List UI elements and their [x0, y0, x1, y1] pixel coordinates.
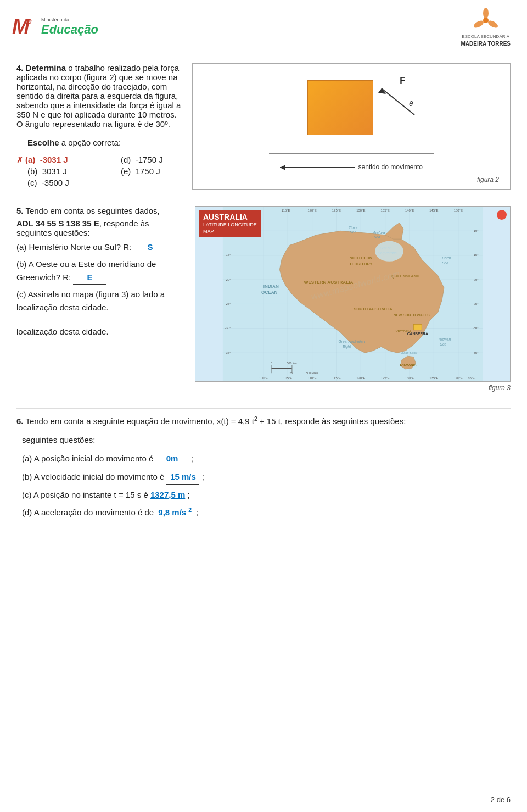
q6-sub-a: (a) A posição inicial do movimento é 0m …	[22, 451, 511, 466]
option-d: (d) -1750 J	[121, 155, 181, 164]
svg-text:-10°: -10°	[473, 229, 479, 232]
svg-text:Tasman: Tasman	[438, 337, 451, 341]
q5-intro: 5. Tendo em conta os seguintes dados,	[16, 206, 184, 215]
q4-bold-word: Determina	[26, 63, 66, 73]
svg-text:Great Australian: Great Australian	[339, 340, 365, 343]
q5-localizacao: localização desta cidade.	[16, 327, 184, 336]
svg-text:Bass Strait: Bass Strait	[401, 351, 417, 354]
q4-escolhe-text: a opção correta:	[59, 138, 121, 147]
svg-point-37	[375, 241, 403, 262]
svg-point-3	[483, 8, 489, 19]
svg-text:TERRITORY: TERRITORY	[349, 262, 372, 266]
svg-text:Sea: Sea	[374, 235, 380, 239]
svg-text:100°E: 100°E	[259, 376, 268, 380]
map-title: AUSTRALIA	[203, 212, 257, 222]
svg-text:Arafura: Arafura	[372, 231, 385, 235]
option-d-label: (d) -1750 J	[121, 155, 163, 164]
q5-data-line: ADL 34 55 S 138 35 E, responde às seguin…	[16, 219, 184, 237]
logo-mp: M e	[11, 13, 36, 42]
svg-text:Bight: Bight	[343, 344, 351, 349]
svg-text:150°E: 150°E	[454, 209, 463, 212]
options-columns: ✗ (a) -3031 J (b) 3031 J (c) -3500 J (d)	[16, 153, 181, 190]
svg-text:-15°: -15°	[225, 253, 231, 257]
school-logo-icon	[472, 7, 500, 34]
svg-line-6	[382, 88, 414, 115]
svg-text:OCEAN: OCEAN	[261, 290, 277, 295]
svg-text:130°E: 130°E	[356, 209, 365, 212]
svg-text:120°E: 120°E	[307, 209, 316, 212]
svg-text:e: e	[27, 16, 32, 25]
q5-text-area: 5. Tendo em conta os seguintes dados, AD…	[16, 206, 184, 392]
q6-sub-d-end: ;	[196, 508, 198, 517]
q5-answer-b: E	[73, 271, 106, 285]
svg-text:-25°: -25°	[225, 302, 231, 305]
movement-line	[280, 167, 355, 168]
svg-rect-85	[272, 368, 292, 369]
school-branding: ESCOLA SECUNDÁRIA MADEIRA TORRES	[461, 7, 511, 47]
options-right-col: (d) -1750 J (e) 1750 J	[121, 153, 181, 190]
q6-sub-c-text: (c) A posição no instante t = 15 s é	[22, 490, 150, 499]
q6-sub-b-end: ;	[202, 472, 204, 481]
svg-text:500 Km: 500 Km	[287, 361, 297, 365]
svg-text:120°E: 120°E	[356, 376, 365, 380]
q6-intro-line: 6. Tendo em conta a seguinte equação de …	[16, 414, 511, 429]
q6-sub-c-end: ;	[187, 490, 189, 499]
svg-text:135°E: 135°E	[429, 376, 438, 380]
page-number: 2 de 6	[491, 796, 511, 804]
svg-text:NORTHERN: NORTHERN	[349, 255, 372, 260]
svg-text:INDIAN: INDIAN	[264, 284, 279, 289]
svg-text:-25°: -25°	[473, 302, 479, 305]
q4-text: 4. Determina o trabalho realizado pela f…	[16, 63, 181, 129]
movement-arrow: sentido do movimento	[280, 163, 423, 171]
map-title-block: AUSTRALIA LATITUDE LONGITUDEMAP	[199, 210, 261, 237]
option-b: (b) 3031 J	[27, 166, 77, 176]
option-b-label: (b) 3031 J	[27, 166, 67, 176]
svg-text:0: 0	[271, 361, 272, 365]
q4-diagram-area: F θ	[192, 63, 511, 190]
svg-text:500 Miles: 500 Miles	[306, 371, 318, 375]
option-e-label: (e) 1750 J	[121, 166, 160, 176]
q5-intro-text: Tendo em conta os seguintes dados,	[25, 206, 159, 215]
q6-sub-c: (c) A posição no instante t = 15 s é 132…	[22, 487, 511, 502]
q4-number: 4.	[16, 63, 24, 73]
svg-text:-35°: -35°	[473, 351, 479, 354]
school-name-label: MADEIRA TORRES	[461, 40, 511, 47]
question-6: 6. Tendo em conta a seguinte equação de …	[16, 414, 511, 520]
q6-sub-a-end: ;	[191, 454, 193, 463]
svg-point-5	[473, 19, 485, 30]
main-content: 4. Determina o trabalho realizado pela f…	[0, 52, 527, 542]
q4-escolhe: Escolhe a opção correta:	[27, 138, 181, 147]
cross-mark-a: ✗	[16, 155, 23, 164]
svg-text:115°E: 115°E	[332, 376, 341, 380]
q5-localizacao-text: localização desta cidade.	[16, 327, 109, 336]
compass-icon	[497, 210, 507, 220]
svg-text:CANBERRA: CANBERRA	[407, 332, 428, 336]
q5-map-area: AUSTRALIA LATITUDE LONGITUDEMAP	[195, 206, 511, 392]
logo-education: Ministério da Educação	[41, 18, 98, 36]
q4-text-area: 4. Determina o trabalho realizado pela f…	[16, 63, 181, 190]
q5-answer-a: S	[133, 241, 166, 254]
option-e: (e) 1750 J	[121, 166, 181, 176]
physics-block	[307, 80, 373, 135]
option-a: ✗ (a) -3031 J	[16, 155, 77, 164]
q6-sub-b: (b) A velocidade inicial do movimento é …	[22, 469, 511, 485]
svg-text:105°E: 105°E	[283, 376, 292, 380]
options-section: ✗ (a) -3031 J (b) 3031 J (c) -3500 J (d)	[16, 153, 181, 190]
logo-area: M e Ministério da Educação	[11, 13, 98, 42]
svg-text:165°E: 165°E	[466, 376, 475, 380]
q4-escolhe-label: Escolhe	[27, 138, 59, 147]
svg-text:0: 0	[271, 371, 272, 375]
q5-number: 5.	[16, 206, 24, 215]
question-4: 4. Determina o trabalho realizado pela f…	[16, 63, 511, 190]
q6-sub-d-text: (d) A aceleração do movimento é de	[22, 508, 156, 517]
question-5: 5. Tendo em conta os seguintes dados, AD…	[16, 206, 511, 392]
svg-text:145°E: 145°E	[429, 209, 438, 212]
svg-text:Sea: Sea	[350, 230, 356, 234]
option-a-label: (a) -3031 J	[25, 155, 68, 164]
svg-text:115°E: 115°E	[281, 209, 290, 212]
q5-sub-a: (a) Hemisfério Norte ou Sul? R: S	[16, 241, 184, 254]
q6-answer-b: 15 m/s	[166, 469, 199, 485]
svg-text:Sea: Sea	[442, 261, 448, 265]
q6-answer-c: 1327,5 m	[150, 490, 185, 499]
svg-text:140°E: 140°E	[405, 209, 414, 212]
